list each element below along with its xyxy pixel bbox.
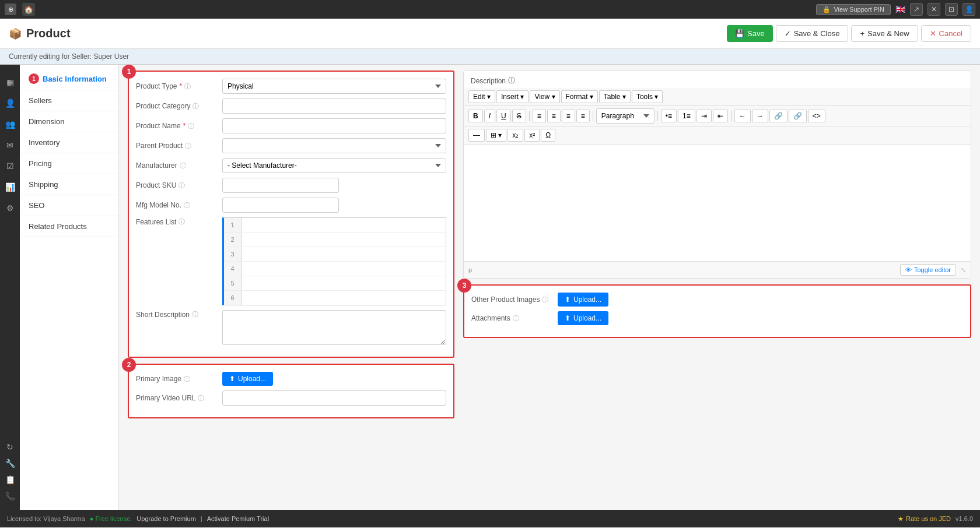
editor-btn-code[interactable]: <> (808, 110, 825, 122)
features-input-4[interactable] (242, 262, 446, 276)
editor-btn-superscript[interactable]: x² (524, 129, 540, 142)
editor-btn-align-center[interactable]: ≡ (547, 110, 561, 122)
sidebar-icon-groups[interactable]: 👥 (2, 116, 18, 132)
description-info-icon[interactable]: ⓘ (508, 76, 515, 86)
view-support-pin-button[interactable]: 🔒 View Support PIN (816, 4, 891, 15)
primary-video-url-input[interactable] (222, 390, 446, 406)
editor-paragraph-select[interactable]: Paragraph Heading 1 Heading 2 (596, 108, 654, 124)
maximize-icon[interactable]: ⊡ (945, 3, 958, 16)
mfg-model-info-icon[interactable]: ⓘ (184, 201, 190, 210)
sidebar-icon-refresh[interactable]: ↻ (2, 439, 18, 455)
short-desc-info-icon[interactable]: ⓘ (192, 310, 198, 319)
parent-product-select[interactable] (222, 138, 446, 153)
external-link-icon[interactable]: ↗ (910, 3, 923, 16)
manufacturer-select[interactable]: - Select Manufacturer- (222, 158, 446, 173)
save-button[interactable]: 💾 Save (727, 25, 773, 42)
app-logo-icon[interactable]: ⊕ (5, 3, 16, 15)
editor-content-area[interactable] (464, 145, 971, 261)
toggle-editor-button[interactable]: 👁 Toggle editor (900, 264, 956, 276)
sidebar-item-sellers[interactable]: Sellers (20, 90, 118, 111)
product-sku-info-icon[interactable]: ⓘ (178, 181, 185, 190)
editor-btn-special-chars[interactable]: Ω (541, 129, 555, 142)
other-images-info-icon[interactable]: ⓘ (542, 295, 548, 304)
features-input-5[interactable] (242, 276, 446, 290)
editor-btn-align-right[interactable]: ≡ (562, 110, 575, 122)
editor-btn-undo[interactable]: ← (734, 110, 751, 122)
editor-btn-indent[interactable]: ⇥ (696, 110, 712, 122)
editor-btn-ol[interactable]: 1≡ (678, 110, 695, 122)
product-name-input[interactable] (222, 118, 446, 133)
sidebar-item-inventory[interactable]: Inventory (20, 132, 118, 153)
mfg-model-input[interactable] (222, 198, 339, 213)
editor-menu-insert[interactable]: Insert ▾ (496, 90, 528, 103)
editor-btn-outdent[interactable]: ⇤ (713, 110, 728, 122)
sidebar-icon-users[interactable]: 👤 (2, 95, 18, 111)
primary-image-upload-button[interactable]: ⬆ Upload... (222, 372, 273, 386)
attachments-info-icon[interactable]: ⓘ (513, 314, 519, 323)
cancel-button[interactable]: ✕ Cancel (921, 25, 971, 42)
editor-btn-bold[interactable]: B (468, 110, 483, 122)
editor-btn-ul[interactable]: •≡ (661, 110, 677, 122)
sidebar-icon-notes[interactable]: 📋 (2, 471, 18, 488)
sidebar-icon-dashboard[interactable]: ▦ (2, 74, 18, 90)
features-list-info-icon[interactable]: ⓘ (178, 217, 185, 226)
product-type-info-icon[interactable]: ⓘ (184, 82, 191, 91)
product-name-info-icon[interactable]: ⓘ (188, 122, 194, 131)
editor-menu-table[interactable]: Table ▾ (599, 90, 631, 103)
primary-image-info-icon[interactable]: ⓘ (184, 375, 190, 383)
product-sku-input[interactable] (222, 178, 339, 193)
sidebar-icon-wrench[interactable]: 🔧 (2, 455, 18, 471)
editor-menu-tools[interactable]: Tools ▾ (632, 90, 663, 103)
editor-menu-edit[interactable]: Edit ▾ (468, 90, 495, 103)
editor-menu-view[interactable]: View ▾ (530, 90, 559, 103)
parent-product-info-icon[interactable]: ⓘ (185, 142, 191, 150)
sidebar-item-shipping[interactable]: Shipping (20, 174, 118, 195)
rate-us-link[interactable]: ★ Rate us on JED (898, 515, 951, 523)
sidebar-icon-phone[interactable]: 📞 (2, 488, 18, 504)
editor-btn-redo[interactable]: → (752, 110, 768, 122)
features-input-1[interactable] (242, 218, 446, 232)
manufacturer-info-icon[interactable]: ⓘ (180, 161, 186, 170)
sidebar-item-pricing[interactable]: Pricing (20, 153, 118, 174)
sidebar-item-seo[interactable]: SEO (20, 195, 118, 216)
editor-btn-subscript[interactable]: x₂ (508, 129, 523, 142)
sidebar-icon-check[interactable]: ☑ (2, 158, 18, 174)
save-icon: 💾 (735, 29, 744, 38)
editor-btn-hr[interactable]: — (468, 129, 485, 142)
short-description-textarea[interactable] (222, 310, 446, 345)
activate-trial-link[interactable]: Activate Pemium Trial (207, 515, 269, 522)
editor-btn-strikethrough[interactable]: S (512, 110, 526, 122)
upgrade-link[interactable]: Upgrade to Premium (136, 515, 196, 522)
product-category-input[interactable] (222, 98, 446, 114)
save-close-button[interactable]: ✓ Save & Close (776, 25, 849, 42)
primary-video-info-icon[interactable]: ⓘ (198, 394, 204, 403)
section-badge-1: 1 (122, 65, 136, 79)
product-category-info-icon[interactable]: ⓘ (192, 102, 199, 111)
sidebar-icon-mail[interactable]: ✉ (2, 137, 18, 153)
sidebar-item-basic-information[interactable]: 1 Basic Information (20, 68, 118, 90)
editor-btn-align-justify[interactable]: ≡ (576, 110, 590, 122)
sidebar-icon-settings[interactable]: ⚙ (2, 200, 18, 216)
close-icon[interactable]: ✕ (928, 3, 940, 16)
save-new-button[interactable]: + Save & New (851, 25, 918, 42)
editor-btn-underline[interactable]: U (496, 110, 511, 122)
sidebar-icon-chart[interactable]: 📊 (2, 179, 18, 195)
sidebar-item-related-products[interactable]: Related Products (20, 216, 118, 237)
features-input-3[interactable] (242, 247, 446, 261)
editor-btn-link[interactable]: 🔗 (769, 110, 788, 122)
attachments-upload-button[interactable]: ⬆ Upload... (558, 311, 608, 325)
editor-btn-align-left[interactable]: ≡ (533, 110, 546, 122)
other-images-upload-button[interactable]: ⬆ Upload... (558, 293, 608, 307)
language-flag-icon[interactable]: 🇬🇧 (895, 5, 905, 14)
resize-handle[interactable]: ⤡ (961, 266, 966, 274)
sidebar-item-dimension[interactable]: Dimension (20, 111, 118, 132)
editor-btn-unlink[interactable]: 🔗 (789, 110, 807, 122)
editor-btn-italic[interactable]: I (484, 110, 495, 122)
editor-btn-table[interactable]: ⊞ ▾ (486, 129, 506, 142)
user-icon[interactable]: 👤 (963, 3, 975, 16)
editor-menu-format[interactable]: Format ▾ (561, 90, 598, 103)
home-icon[interactable]: 🏠 (22, 3, 35, 16)
product-type-select[interactable]: Physical Digital Service (222, 79, 446, 94)
features-input-6[interactable] (242, 291, 446, 305)
features-input-2[interactable] (242, 233, 446, 247)
